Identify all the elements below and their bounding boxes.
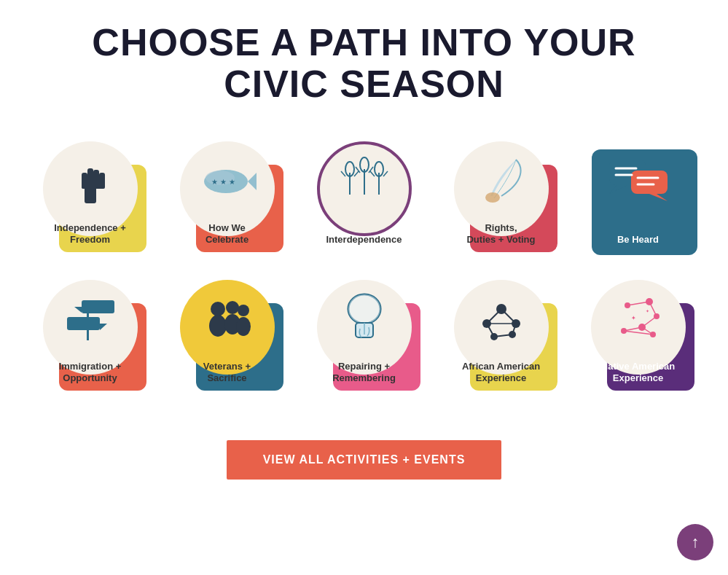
card-label-celebrate: How WeCelebrate	[206, 222, 248, 247]
card-icon-independence	[58, 149, 123, 214]
svg-line-64	[642, 316, 657, 327]
svg-marker-26	[649, 194, 668, 201]
svg-point-36	[211, 302, 225, 316]
card-label-african: African AmericanExperience	[462, 361, 540, 386]
card-icon-native: ✦ ✦	[606, 287, 671, 353]
card-label-immigration: Immigration +Opportunity	[59, 361, 122, 386]
svg-line-20	[370, 171, 375, 176]
card-label-repairing: Repairing +Remembering	[332, 361, 396, 386]
view-all-button[interactable]: VIEW ALL ACTIVITIES + EVENTS	[227, 440, 502, 480]
card-icon-rights	[469, 149, 534, 214]
svg-rect-35	[87, 300, 89, 340]
card-native[interactable]: ✦ ✦ Native AmericanExperience	[576, 273, 700, 396]
svg-point-43	[348, 294, 380, 324]
card-beheard[interactable]: Be Heard	[576, 134, 700, 258]
svg-text:✦: ✦	[631, 315, 636, 321]
svg-line-12	[341, 171, 345, 176]
page-title: CHOOSE A PATH INTO YOUR CIVIC SEASON	[15, 22, 713, 105]
card-icon-veterans	[195, 287, 260, 353]
card-label-native: Native AmericanExperience	[601, 361, 675, 386]
page-wrapper: CHOOSE A PATH INTO YOUR CIVIC SEASON	[0, 0, 728, 523]
card-interdependence[interactable]: Interdependence	[302, 134, 426, 258]
card-icon-interdependence	[332, 147, 397, 213]
card-veterans[interactable]: Veterans +Sacrifice	[165, 273, 289, 396]
svg-rect-33	[67, 317, 100, 330]
svg-line-50	[487, 309, 501, 324]
card-african[interactable]: African AmericanExperience	[439, 273, 563, 396]
svg-point-40	[238, 305, 249, 316]
svg-text:✦: ✦	[646, 309, 649, 313]
card-label-beheard: Be Heard	[617, 234, 659, 246]
svg-rect-31	[82, 300, 114, 313]
svg-line-62	[627, 302, 649, 305]
svg-line-51	[501, 309, 516, 324]
card-icon-repairing	[332, 287, 397, 353]
svg-marker-34	[100, 324, 107, 330]
svg-rect-5	[82, 179, 105, 189]
svg-text:★ ★ ★: ★ ★ ★	[211, 178, 235, 186]
svg-point-38	[226, 301, 239, 314]
card-celebrate[interactable]: ★ ★ ★ How WeCelebrate	[165, 134, 289, 258]
card-icon-immigration	[58, 287, 123, 353]
card-icon-beheard	[606, 150, 671, 216]
card-label-independence: Independence +Freedom	[54, 222, 126, 247]
card-row-2: Immigration +Opportunity Veterans +Sacri…	[15, 273, 713, 396]
card-label-veterans: Veterans +Sacrifice	[203, 361, 251, 386]
card-label-rights: Rights,Duties + Voting	[466, 222, 535, 247]
card-icon-celebrate: ★ ★ ★	[195, 149, 260, 214]
card-label-interdependence: Interdependence	[326, 234, 402, 246]
svg-line-63	[649, 302, 657, 316]
svg-line-21	[383, 171, 388, 176]
svg-point-22	[485, 192, 500, 203]
svg-marker-24	[609, 185, 627, 194]
back-to-top-button[interactable]: ↑	[677, 524, 713, 560]
card-icon-african	[469, 287, 534, 353]
card-immigration[interactable]: Immigration +Opportunity	[28, 273, 152, 396]
svg-rect-25	[631, 171, 668, 194]
card-repairing[interactable]: Repairing +Remembering	[302, 273, 426, 396]
card-independence[interactable]: Independence +Freedom	[28, 134, 152, 258]
svg-point-37	[209, 315, 227, 337]
card-row-1: Independence +Freedom ★ ★ ★ How WeCelebr…	[15, 134, 713, 258]
svg-marker-7	[248, 173, 257, 190]
svg-line-13	[354, 171, 359, 176]
card-rights[interactable]: Rights,Duties + Voting	[439, 134, 563, 258]
svg-point-41	[236, 317, 251, 336]
svg-marker-32	[74, 307, 82, 313]
